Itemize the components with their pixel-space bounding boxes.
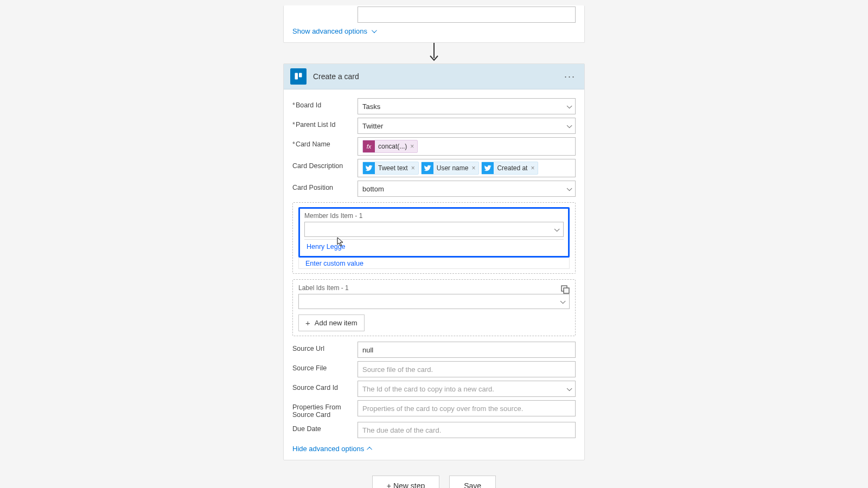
card-name-input[interactable]: fx concat(...) × (358, 137, 576, 156)
label-ids-select[interactable] (298, 294, 570, 309)
dropdown-option-henry[interactable]: Henry Legge (304, 240, 564, 254)
source-url-value: null (362, 346, 373, 354)
label-due-date: Due Date (292, 422, 358, 433)
label-source-file: Source File (292, 361, 358, 372)
chevron-up-icon (367, 447, 372, 452)
trigger-field-placeholder[interactable] (358, 7, 576, 23)
member-ids-dropdown: Henry Legge (304, 239, 564, 254)
due-date-placeholder: The due date of the card. (362, 426, 441, 434)
footer-buttons: + New step Save (283, 476, 585, 488)
props-source-input[interactable]: Properties of the card to copy over from… (358, 400, 576, 416)
token-formula-concat[interactable]: fx concat(...) × (362, 140, 418, 153)
label-board-id: Board Id (292, 98, 358, 109)
token-remove-icon[interactable]: × (471, 164, 475, 172)
card-pos-select[interactable]: bottom (358, 181, 576, 197)
label-source-card-id: Source Card Id (292, 381, 358, 391)
token-remove-icon[interactable]: × (411, 164, 415, 172)
show-advanced-label: Show advanced options (292, 27, 367, 35)
show-advanced-link[interactable]: Show advanced options (292, 27, 375, 35)
twitter-icon (482, 162, 494, 174)
add-item-label: Add new item (315, 319, 358, 327)
source-card-id-select[interactable]: The Id of the card to copy into a new ca… (358, 381, 576, 397)
card-desc-input[interactable]: Tweet text × User name × Created at × (358, 159, 576, 177)
svg-rect-7 (564, 288, 569, 293)
flow-connector-arrow (283, 43, 585, 63)
props-source-placeholder: Properties of the card to copy over from… (362, 404, 523, 413)
token-text: Tweet text (378, 164, 408, 172)
label-ids-label: Label Ids Item - 1 (298, 284, 570, 292)
token-remove-icon[interactable]: × (531, 164, 534, 172)
label-source-url: Source Url (292, 342, 358, 352)
twitter-icon (363, 162, 375, 174)
member-ids-select[interactable] (304, 222, 564, 237)
hide-advanced-label: Hide advanced options (292, 445, 364, 453)
twitter-icon (422, 162, 433, 174)
token-tweet-text[interactable]: Tweet text × (362, 162, 419, 175)
chevron-down-icon (372, 28, 377, 33)
action-title: Create a card (313, 72, 562, 81)
due-date-input[interactable]: The due date of the card. (358, 422, 576, 438)
source-card-id-placeholder: The Id of the card to copy into a new ca… (362, 385, 494, 393)
parent-list-select[interactable]: Twitter (358, 118, 576, 134)
create-card-action: Create a card ··· Board Id Tasks Parent … (283, 63, 585, 460)
parent-list-value: Twitter (362, 122, 383, 130)
member-ids-group: Member Ids Item - 1 Henry Legge Enter cu… (292, 202, 576, 274)
label-ids-group: Label Ids Item - 1 + Add new item (292, 279, 576, 336)
label-card-name: Card Name (292, 137, 358, 148)
token-remove-icon[interactable]: × (410, 143, 414, 150)
chevron-down-icon (560, 297, 564, 306)
token-text: User name (437, 164, 469, 172)
source-file-input[interactable]: Source file of the card. (358, 361, 576, 377)
action-header[interactable]: Create a card ··· (284, 64, 584, 89)
plus-icon: + (305, 318, 310, 328)
source-file-placeholder: Source file of the card. (362, 365, 433, 374)
label-parent-list: Parent List Id (292, 118, 358, 129)
fx-icon: fx (363, 140, 375, 152)
card-pos-value: bottom (362, 185, 384, 193)
token-user-name[interactable]: User name × (421, 162, 480, 175)
label-props-source: Properties From Source Card (292, 400, 358, 419)
chevron-down-icon (554, 224, 558, 234)
trigger-card-partial: Show advanced options (283, 5, 585, 43)
new-step-button[interactable]: + New step (372, 476, 439, 488)
add-new-item-button[interactable]: + Add new item (298, 314, 365, 331)
dropdown-option-custom[interactable]: Enter custom value (298, 258, 570, 269)
save-button[interactable]: Save (449, 476, 496, 488)
action-menu-button[interactable]: ··· (562, 71, 578, 82)
token-text: Created at (497, 164, 527, 172)
token-created-at[interactable]: Created at × (481, 162, 538, 175)
hide-advanced-link[interactable]: Hide advanced options (292, 445, 372, 453)
board-id-select[interactable]: Tasks (358, 98, 576, 114)
label-card-desc: Card Description (292, 159, 358, 170)
svg-rect-3 (299, 73, 302, 78)
member-ids-item: Member Ids Item - 1 Henry Legge (298, 207, 570, 258)
svg-rect-2 (295, 73, 298, 80)
board-id-value: Tasks (362, 102, 380, 111)
label-card-pos: Card Position (292, 181, 358, 191)
token-text: concat(...) (378, 143, 407, 150)
source-url-input[interactable]: null (358, 342, 576, 358)
member-ids-label: Member Ids Item - 1 (304, 212, 564, 220)
trello-icon (290, 68, 307, 85)
